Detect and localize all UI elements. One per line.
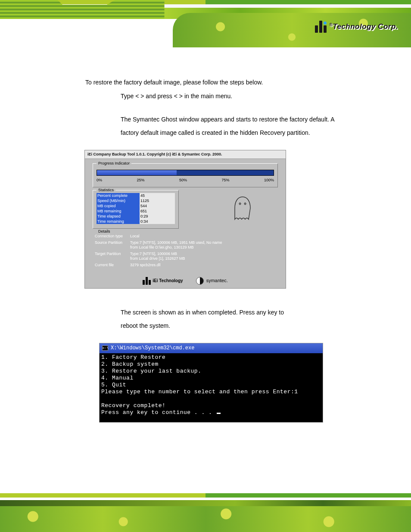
step-3-line1: The screen is shown as in when completed… xyxy=(121,309,284,316)
details-box: Details Connection typeLocal Source Part… xyxy=(93,231,278,269)
progress-label: Progress Indicator xyxy=(97,161,131,166)
header-banner: ®Technology Corp. xyxy=(0,0,411,48)
progress-box: Progress Indicator 0% 25% 50% 75% 100% xyxy=(93,163,278,188)
cmd-title: X:\Windows\System32\cmd.exe xyxy=(111,345,194,352)
ghost-screenshot: iEi Company Backup Tool 1.0.1. Copyright… xyxy=(84,150,286,289)
footer-banner xyxy=(0,493,411,532)
symantec-swirl-icon xyxy=(196,277,204,285)
progress-ticks: 0% 25% 50% 75% 100% xyxy=(97,177,274,183)
cursor-icon xyxy=(217,413,221,414)
step-1: Type < > and press < > in the main menu. xyxy=(121,90,385,103)
symantec-logo: symantec. xyxy=(196,277,228,285)
cmd-titlebar: c:\ X:\Windows\System32\cmd.exe xyxy=(100,343,323,353)
ghost-mascot-icon xyxy=(230,193,255,224)
corp-name: ®Technology Corp. xyxy=(329,22,398,31)
cmd-screenshot: c:\ X:\Windows\System32\cmd.exe 1. Facto… xyxy=(99,343,323,423)
corp-logo: ®Technology Corp. xyxy=(315,21,398,33)
ghost-titlebar: iEi Company Backup Tool 1.0.1. Copyright… xyxy=(85,150,286,159)
step-3-line2: reboot the system. xyxy=(121,322,170,329)
step-3: The screen is shown as in when completed… xyxy=(121,306,385,333)
cmd-icon: c:\ xyxy=(102,345,108,351)
iei-logo-small: iEi Technology xyxy=(143,277,183,285)
cmd-body: 1. Factory Restore 2. Backup system 3. R… xyxy=(100,353,323,422)
step-1-text: Type < > and press < > in the main menu. xyxy=(121,93,232,100)
page-content: To restore the factory default image, pl… xyxy=(0,48,411,423)
iei-logo-icon xyxy=(315,21,327,33)
step-2: The Symantec Ghost window appears and st… xyxy=(121,113,385,140)
ghost-footer: iEi Technology symantec. xyxy=(85,274,286,288)
step-2-line2: factory default image called is created … xyxy=(121,129,310,136)
stats-table: Percent complete45 Speed (MB/min)1125 MB… xyxy=(97,193,175,224)
statistics-box: Statistics Percent complete45 Speed (MB/… xyxy=(93,190,179,229)
iei-bars-icon xyxy=(143,277,151,285)
stats-label: Statistics xyxy=(97,187,115,193)
details-table: Connection typeLocal Source PartitionTyp… xyxy=(93,233,224,269)
intro-text: To restore the factory default image, pl… xyxy=(85,78,385,87)
details-label: Details xyxy=(97,229,112,234)
progress-bar xyxy=(97,170,274,176)
step-2-line1: The Symantec Ghost window appears and st… xyxy=(121,116,334,123)
